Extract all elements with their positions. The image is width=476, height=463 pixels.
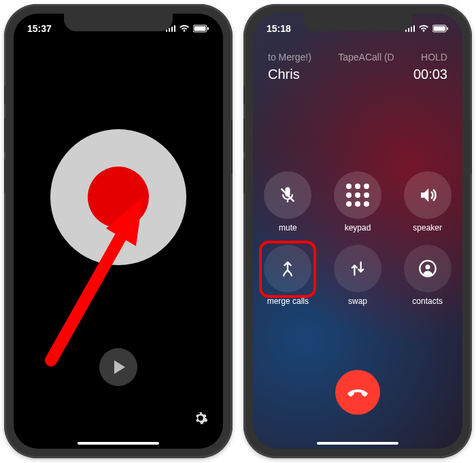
keypad-button[interactable]: [334, 171, 381, 219]
status-time: 15:18: [267, 23, 291, 34]
status-indicators: [166, 24, 210, 33]
contacts-button[interactable]: [404, 245, 452, 292]
battery-icon: [193, 24, 209, 33]
merge-calls-button[interactable]: [264, 245, 311, 292]
call-duration: 00:03: [413, 67, 447, 82]
held-call-hold: HOLD: [421, 52, 447, 63]
end-call-button[interactable]: [335, 370, 380, 415]
svg-rect-1: [194, 27, 206, 31]
swap-label: swap: [348, 296, 367, 306]
speaker-label: speaker: [413, 223, 442, 233]
phone-frame-left: 15:37: [4, 4, 233, 458]
held-call-label-left: to Merge!): [268, 52, 311, 63]
end-call-icon: [346, 381, 369, 404]
mute-label: mute: [279, 223, 297, 233]
home-indicator[interactable]: [78, 442, 159, 445]
wifi-icon: [418, 24, 429, 33]
status-indicators: [405, 24, 449, 33]
svg-rect-2: [207, 27, 209, 30]
keypad-label: keypad: [345, 223, 371, 233]
settings-button[interactable]: [193, 411, 208, 428]
svg-rect-6: [434, 27, 445, 31]
screen-left: 15:37: [14, 14, 223, 449]
speaker-button[interactable]: [404, 171, 452, 219]
swap-button[interactable]: [334, 245, 381, 292]
gear-icon: [193, 411, 208, 426]
contacts-label: contacts: [412, 296, 443, 306]
mute-button[interactable]: [264, 171, 311, 219]
contacts-icon: [418, 259, 437, 278]
battery-icon: [432, 24, 449, 33]
speaker-icon: [418, 185, 438, 205]
caller-name: Chris: [268, 67, 300, 82]
keypad-icon: [346, 184, 369, 207]
wifi-icon: [179, 24, 190, 33]
screen-right: 15:18 to Merge!) TapeACall (D HOLD Chris…: [253, 14, 462, 449]
svg-rect-7: [447, 27, 448, 30]
play-icon: [114, 360, 125, 374]
merge-label: merge calls: [267, 296, 309, 306]
call-header: to Merge!) TapeACall (D HOLD Chris 00:03: [253, 52, 462, 63]
status-time: 15:37: [27, 23, 52, 34]
phone-frame-right: 15:18 to Merge!) TapeACall (D HOLD Chris…: [243, 4, 472, 458]
notch: [303, 14, 412, 31]
mute-icon: [278, 186, 297, 205]
call-button-grid: mute keypad speaker: [253, 171, 462, 306]
notch: [64, 14, 173, 31]
merge-icon: [278, 259, 297, 278]
play-button[interactable]: [99, 348, 137, 386]
svg-point-10: [425, 264, 430, 269]
swap-icon: [348, 259, 367, 278]
record-button[interactable]: [50, 129, 186, 265]
home-indicator[interactable]: [317, 442, 398, 445]
held-call-label-mid: TapeACall (D: [338, 52, 394, 63]
